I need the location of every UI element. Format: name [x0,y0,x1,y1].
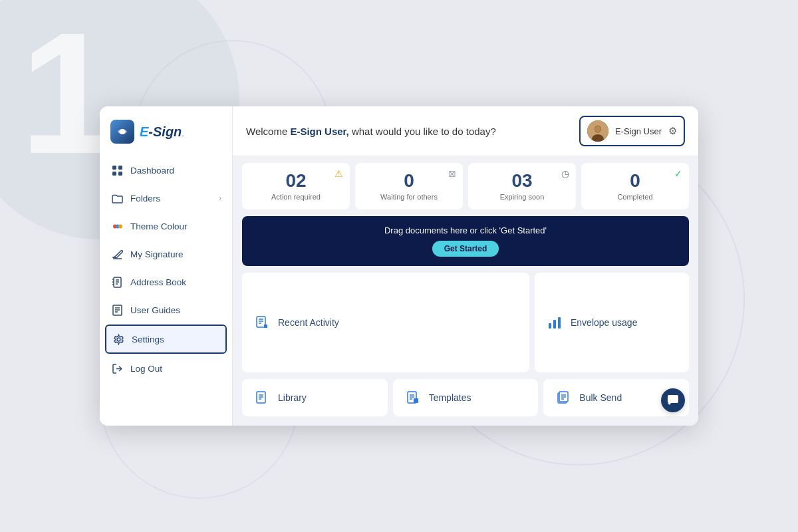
logo-icon [110,120,134,144]
sidebar-item-signature-label: My Signature [130,249,184,259]
stat-number-expiring: 03 [511,172,532,190]
warning-icon: ⚠ [334,168,343,179]
welcome-user: E-Sign User, [290,126,348,137]
sidebar-item-dashboard-label: Dashboard [130,166,174,176]
gear-icon [112,332,125,346]
recent-activity-icon [253,313,271,332]
bulk-send-label: Bulk Send [579,392,622,403]
svg-rect-1 [112,166,116,170]
sidebar-item-address-book[interactable]: Address Book [100,269,232,295]
theme-icon [110,219,124,233]
clock-icon: ◷ [561,168,569,179]
svg-point-7 [118,224,122,228]
stat-label-expiring: Expiring soon [500,193,545,201]
svg-point-20 [117,338,120,341]
sidebar-item-user-guides-label: User Guides [130,305,180,315]
stat-label-completed: Completed [617,193,652,201]
pen-icon [110,247,124,261]
chevron-right-icon: › [219,194,221,203]
sidebar-item-theme[interactable]: Theme Colour [100,213,232,239]
svg-rect-4 [118,172,122,176]
guide-icon [110,303,124,317]
sidebar-item-dashboard[interactable]: Dashboard [100,157,232,184]
grid-icon [110,164,124,177]
welcome-prefix: Welcome [246,126,290,137]
templates-icon [404,388,422,407]
stat-label-action: Action required [271,193,321,201]
logout-icon [110,362,124,375]
sidebar-item-user-guides[interactable]: User Guides [100,297,232,323]
cards-row-1: Recent Activity Envelope usage [233,273,698,379]
stat-number-completed: 0 [630,172,640,190]
welcome-message: Welcome E-Sign User, what would you like… [246,126,496,137]
chart-icon [545,313,564,332]
profile-settings-icon[interactable]: ⚙ [668,125,677,137]
sidebar-item-signature[interactable]: My Signature [100,241,232,267]
user-name: E-Sign User [615,126,662,136]
welcome-suffix: what would you like to do today? [349,126,496,137]
main-content: Welcome E-Sign User, what would you like… [233,106,698,426]
nav-items: Dashboard Folders › [100,157,232,419]
svg-rect-34 [558,317,561,329]
envelope-usage-card[interactable]: Envelope usage [535,273,689,372]
sidebar-item-folders-label: Folders [130,194,160,203]
sidebar-item-logout-label: Log Out [130,364,162,374]
library-icon [253,388,271,407]
upload-banner: Drag documents here or click 'Get Starte… [242,216,689,266]
templates-card[interactable]: Templates [393,379,539,416]
avatar [587,120,608,142]
svg-point-27 [595,126,600,132]
svg-point-0 [120,129,125,134]
banner-text: Drag documents here or click 'Get Starte… [384,225,547,235]
cards-row-2: Library Templates [233,379,698,426]
sidebar: E-Sign. Dashboard [100,106,233,426]
stat-card-expiring[interactable]: ◷ 03 Expiring soon [468,163,576,209]
svg-rect-33 [553,320,556,329]
sidebar-item-logout[interactable]: Log Out [100,355,232,382]
logo-text: E-Sign. [140,124,184,140]
get-started-button[interactable]: Get Started [432,241,499,257]
folder-icon [110,192,124,205]
sidebar-item-folders[interactable]: Folders › [100,185,232,211]
address-book-icon [110,275,124,289]
logo-area: E-Sign. [100,120,232,157]
templates-label: Templates [429,392,471,403]
stat-number-action: 02 [285,172,306,190]
envelope-usage-label: Envelope usage [571,317,637,328]
svg-rect-3 [112,172,116,176]
sidebar-item-settings-label: Settings [132,334,164,344]
sidebar-item-address-book-label: Address Book [130,277,186,287]
sidebar-item-theme-label: Theme Colour [130,221,188,231]
chat-button[interactable] [661,388,685,412]
app-window: E-Sign. Dashboard [100,106,698,426]
stat-number-waiting: 0 [404,172,414,190]
stat-label-waiting: Waiting for others [380,193,438,201]
recent-activity-label: Recent Activity [278,317,339,328]
header: Welcome E-Sign User, what would you like… [233,106,698,156]
svg-rect-2 [118,166,122,170]
stat-card-waiting[interactable]: ⊠ 0 Waiting for others [355,163,463,209]
checkmark-icon: ✓ [674,168,682,179]
recent-activity-card[interactable]: Recent Activity [242,273,529,372]
svg-rect-43 [414,398,418,403]
library-label: Library [278,392,307,403]
stat-card-action-required[interactable]: ⚠ 02 Action required [242,163,350,209]
svg-rect-32 [549,323,551,329]
bulk-send-icon [554,388,573,407]
svg-rect-49 [668,395,678,403]
stat-card-completed[interactable]: ✓ 0 Completed [581,163,689,209]
user-profile[interactable]: E-Sign User ⚙ [579,116,685,146]
stats-row: ⚠ 02 Action required ⊠ 0 Waiting for oth… [233,156,698,216]
sidebar-item-settings[interactable]: Settings [105,325,227,354]
hourglass-icon: ⊠ [448,168,456,179]
library-card[interactable]: Library [242,379,388,416]
